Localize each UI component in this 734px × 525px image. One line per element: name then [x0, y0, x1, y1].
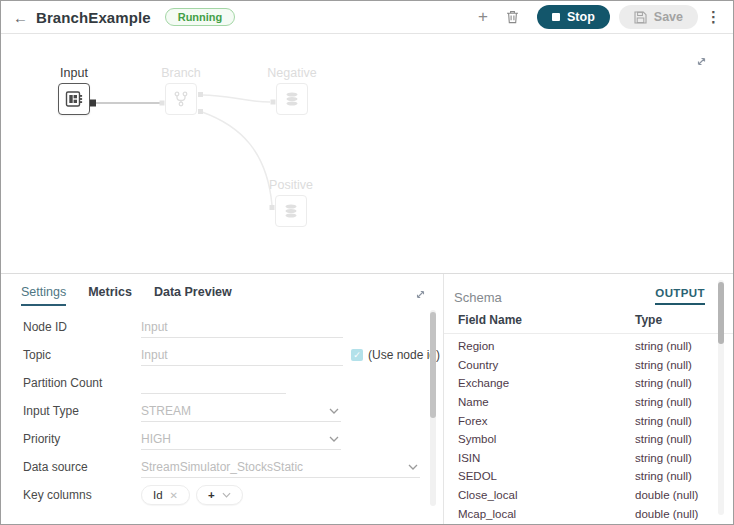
field-label: Data source [23, 460, 141, 474]
schema-pane: Schema OUTPUT Field Name Type Regionstri… [444, 274, 733, 524]
schema-table: Field Name Type Regionstring (null) Coun… [444, 313, 733, 523]
back-icon[interactable]: ← [13, 9, 28, 26]
save-button[interactable]: Save [619, 5, 698, 29]
field-label: Input Type [23, 404, 141, 418]
settings-form: Node ID Topic ✓ (Use node id) Partition … [1, 313, 443, 509]
field-name: Close_local [458, 489, 635, 501]
chevron-down-icon [408, 464, 418, 470]
scrollbar-thumb[interactable] [430, 312, 436, 418]
field-type: double (null) [635, 489, 698, 501]
field-name: Exchange [458, 377, 635, 389]
add-key-column-button[interactable]: + [196, 485, 243, 505]
stop-button[interactable]: Stop [537, 5, 610, 29]
node-box[interactable] [165, 83, 197, 115]
tab-bar: Settings Metrics Data Preview [1, 274, 443, 306]
node-branch[interactable]: Branch [143, 66, 219, 115]
field-name: ISIN [458, 452, 635, 464]
remove-chip-icon[interactable]: ✕ [170, 490, 178, 501]
node-input[interactable]: Input [36, 66, 112, 115]
input-type-select[interactable]: STREAM [141, 401, 341, 422]
node-box[interactable] [276, 83, 308, 115]
field-name: Mcap_local [458, 508, 635, 520]
settings-pane: Settings Metrics Data Preview Node ID To… [1, 274, 444, 524]
add-icon[interactable]: + [478, 7, 488, 27]
field-name: Forex [458, 415, 635, 427]
form-row-topic: Topic ✓ (Use node id) [23, 341, 443, 369]
field-label: Key columns [23, 488, 141, 502]
field-type: string (null) [635, 433, 692, 445]
delete-icon[interactable] [506, 10, 519, 24]
partition-count-input[interactable] [141, 373, 286, 394]
more-menu-icon[interactable]: ⋮ [706, 8, 721, 26]
add-icon: + [208, 489, 215, 501]
table-row: Close_localdouble (null) [444, 486, 733, 505]
column-header-field-name: Field Name [458, 313, 635, 327]
node-label: Input [36, 66, 112, 80]
scrollbar-thumb[interactable] [718, 282, 724, 344]
form-row-node-id: Node ID [23, 313, 443, 341]
field-name: Country [458, 359, 635, 371]
column-header-type: Type [635, 313, 662, 327]
field-name: Symbol [458, 433, 635, 445]
field-type: double (null) [635, 508, 698, 520]
data-source-select[interactable]: StreamSimulator_StocksStatic [141, 457, 420, 478]
field-name: Name [458, 396, 635, 408]
table-row: Exchangestring (null) [444, 374, 733, 393]
form-row-partition-count: Partition Count [23, 369, 443, 397]
form-row-priority: Priority HIGH [23, 425, 443, 453]
database-icon [283, 90, 301, 108]
key-columns-chips: Id ✕ + [141, 485, 243, 505]
save-button-label: Save [654, 10, 683, 24]
branch-icon [172, 90, 190, 108]
form-row-data-source: Data source StreamSimulator_StocksStatic [23, 453, 443, 481]
bottom-panel: Settings Metrics Data Preview Node ID To… [1, 273, 733, 524]
table-row: Countrystring (null) [444, 356, 733, 375]
pane-expand-icon[interactable] [414, 287, 427, 305]
key-column-chip[interactable]: Id ✕ [141, 485, 190, 505]
selected-value: StreamSimulator_StocksStatic [141, 460, 303, 474]
node-id-input[interactable] [141, 317, 343, 338]
page-title: BranchExample [36, 9, 151, 26]
form-row-input-type: Input Type STREAM [23, 397, 443, 425]
field-label: Priority [23, 432, 141, 446]
chevron-down-icon [329, 408, 339, 414]
table-row: Namestring (null) [444, 393, 733, 412]
tab-data-preview[interactable]: Data Preview [154, 285, 232, 306]
schema-header: Schema OUTPUT [444, 274, 733, 305]
schema-rows: Regionstring (null) Countrystring (null)… [444, 337, 733, 523]
settings-scrollbar[interactable] [430, 310, 436, 506]
tab-settings[interactable]: Settings [21, 285, 66, 306]
node-label: Branch [143, 66, 219, 80]
node-box[interactable] [275, 195, 307, 227]
form-row-key-columns: Key columns Id ✕ + [23, 481, 443, 509]
chevron-down-icon [329, 436, 339, 442]
field-type: string (null) [635, 359, 692, 371]
header: ← BranchExample Running + Stop Save ⋮ [1, 1, 733, 34]
node-label: Positive [253, 178, 329, 192]
field-name: SEDOL [458, 470, 635, 482]
save-icon [634, 11, 647, 24]
tab-output[interactable]: OUTPUT [655, 287, 705, 305]
tab-metrics[interactable]: Metrics [88, 285, 132, 306]
schema-scrollbar[interactable] [718, 280, 724, 515]
table-row: Regionstring (null) [444, 337, 733, 356]
database-icon [282, 202, 300, 220]
field-label: Topic [23, 348, 141, 362]
selected-value: HIGH [141, 432, 171, 446]
use-node-id-option: ✓ (Use node id) [351, 348, 440, 362]
flow-canvas[interactable]: Input Branch [1, 34, 733, 273]
node-positive[interactable]: Positive [253, 178, 329, 227]
field-type: string (null) [635, 340, 692, 352]
topic-input[interactable] [141, 345, 343, 366]
node-negative[interactable]: Negative [254, 66, 330, 115]
priority-select[interactable]: HIGH [141, 429, 341, 450]
field-type: string (null) [635, 452, 692, 464]
input-table-icon [65, 90, 84, 108]
canvas-expand-icon[interactable] [694, 54, 709, 73]
use-node-id-checkbox[interactable]: ✓ [351, 349, 363, 361]
table-row: Mcap_localdouble (null) [444, 504, 733, 523]
schema-table-header: Field Name Type [444, 313, 733, 334]
field-type: string (null) [635, 415, 692, 427]
table-row: SEDOLstring (null) [444, 467, 733, 486]
node-box[interactable] [58, 83, 90, 115]
